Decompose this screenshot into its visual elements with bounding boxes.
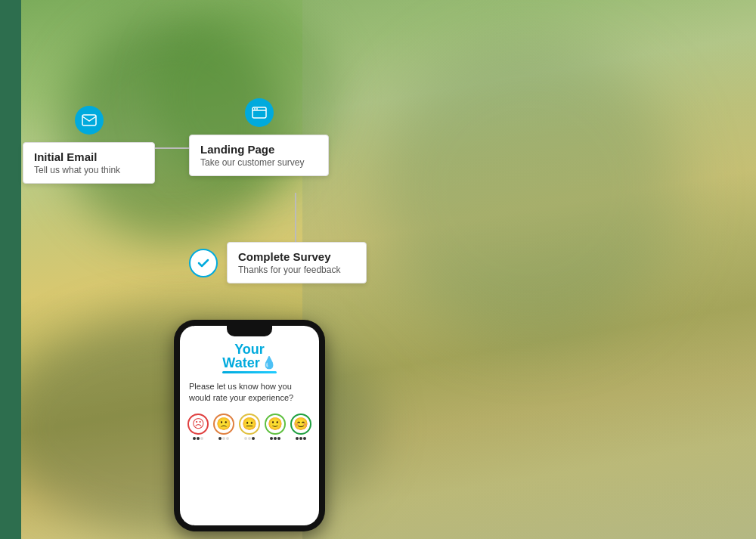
- phone-notch: [227, 326, 272, 336]
- logo-underline: [222, 371, 276, 373]
- emoji-dot: [226, 437, 229, 440]
- phone-question: Please let us know how you would rate yo…: [189, 381, 310, 404]
- emoji-dot: [248, 437, 251, 440]
- emoji-dot: [277, 437, 280, 440]
- phone-screen: Your Water 💧 Please let us know how you …: [180, 326, 319, 525]
- emoji-face-4: 🙂: [265, 414, 286, 435]
- phone-logo-your: Your: [222, 342, 276, 356]
- phone-mockup: Your Water 💧 Please let us know how you …: [174, 320, 325, 531]
- emoji-dots-2: [218, 437, 229, 440]
- emoji-dot: [197, 437, 200, 440]
- emoji-dot: [193, 437, 196, 440]
- step1-area: Initial Email Tell us what you think: [23, 106, 155, 184]
- emoji-item-4[interactable]: 🙂: [265, 414, 286, 440]
- step3-area: Complete Survey Thanks for your feedback: [189, 242, 367, 283]
- emoji-dot: [296, 437, 299, 440]
- svg-rect-0: [82, 115, 96, 125]
- emoji-dots-5: [296, 437, 306, 440]
- svg-point-4: [256, 108, 258, 110]
- step2-area: Landing Page Take our customer survey: [189, 98, 329, 176]
- emoji-dot: [222, 437, 225, 440]
- browser-icon: [252, 107, 267, 119]
- emoji-face-5: 😊: [290, 414, 311, 435]
- step1-card: Initial Email Tell us what you think: [23, 142, 155, 184]
- phone-logo-water: Water 💧: [222, 356, 276, 370]
- emoji-face-2: 🙁: [213, 414, 234, 435]
- emoji-item-3[interactable]: 😐: [239, 414, 260, 440]
- step2-card: Landing Page Take our customer survey: [189, 135, 329, 176]
- emoji-dots-1: [193, 437, 203, 440]
- emoji-item-1[interactable]: ☹: [187, 414, 209, 440]
- water-drop-icon: 💧: [262, 357, 277, 369]
- emoji-dot: [200, 437, 203, 440]
- phone-logo: Your Water 💧: [222, 342, 276, 373]
- emoji-rating-row: ☹ 🙁 😐: [189, 414, 310, 440]
- emoji-dots-4: [270, 437, 280, 440]
- phone-logo-water-text: Water: [222, 356, 259, 370]
- step3-title: Complete Survey: [238, 250, 355, 263]
- green-sidebar-accent: [0, 0, 21, 539]
- check-icon-circle: [189, 249, 218, 277]
- emoji-dot: [299, 437, 302, 440]
- emoji-face-1: ☹: [187, 414, 209, 435]
- step2-subtitle: Take our customer survey: [200, 157, 318, 168]
- step2-title: Landing Page: [200, 143, 318, 156]
- emoji-face-3: 😐: [239, 414, 260, 435]
- step1-title: Initial Email: [34, 150, 144, 163]
- emoji-dot: [270, 437, 273, 440]
- svg-point-3: [254, 108, 256, 110]
- emoji-item-2[interactable]: 🙁: [213, 414, 234, 440]
- emoji-dot: [274, 437, 277, 440]
- browser-icon-circle: [245, 98, 274, 127]
- step1-subtitle: Tell us what you think: [34, 165, 144, 175]
- step3-card: Complete Survey Thanks for your feedback: [227, 242, 367, 283]
- emoji-dot: [244, 437, 247, 440]
- email-icon-circle: [75, 106, 104, 135]
- email-icon: [82, 114, 97, 126]
- emoji-dot: [218, 437, 222, 440]
- emoji-item-5[interactable]: 😊: [290, 414, 311, 440]
- check-icon: [196, 256, 211, 271]
- emoji-dot: [303, 437, 306, 440]
- emoji-dots-3: [244, 437, 255, 440]
- step3-subtitle: Thanks for your feedback: [238, 265, 355, 275]
- emoji-dot: [252, 437, 255, 440]
